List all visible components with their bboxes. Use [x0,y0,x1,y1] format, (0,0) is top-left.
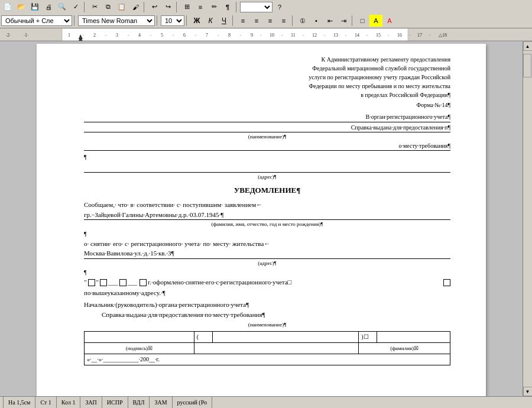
paste-button[interactable]: 📋 [115,1,128,13]
paragraph-button[interactable]: ¶ [221,1,234,13]
empty-para2: ¶ [84,230,450,238]
month-blank: ___ [108,278,118,287]
print-button[interactable]: 🖨 [42,1,55,13]
status-ispr: ИСПР [102,397,128,408]
vertical-scrollbar[interactable]: ▲ ▼ [523,41,532,396]
underline-button[interactable]: Ч [218,15,231,27]
zoom-select[interactable]: 100% [240,2,273,12]
svg-text:·: · [218,33,219,38]
scroll-up-button[interactable]: ▲ [523,41,533,51]
new-button[interactable]: 📄 [1,1,14,13]
decrease-indent-button[interactable]: ⇤ [323,15,336,27]
svg-text:4: 4 [138,33,141,38]
help-button[interactable]: ? [273,1,286,13]
svg-text:·: · [345,33,346,38]
align-center-button[interactable]: ≡ [250,15,263,27]
naim2-label: (наименование)¶ [84,321,450,329]
status-page: На 1,5см [3,397,35,408]
open-button[interactable]: 📂 [15,1,28,13]
svg-text:10: 10 [270,33,274,38]
svg-text:·: · [260,33,261,38]
svg-text:·: · [429,33,430,38]
checkbox4[interactable] [140,279,147,286]
nachalnik-line: Начальник·(руководитель)·органа·регистра… [84,300,450,309]
bullets-button[interactable]: • [310,15,323,27]
status-vdl: ВДЛ [128,397,150,408]
status-lang: русский (Ро [173,397,212,408]
familiya-label: (фамилия, имя, отчество, год и место рож… [84,221,450,228]
spell-button[interactable]: ✓ [69,1,82,13]
columns-button[interactable]: ≡ [194,1,207,13]
svg-text:·: · [366,33,368,38]
blank-cell [194,343,359,354]
checkbox2[interactable] [100,279,107,286]
size-select[interactable]: 10 [161,15,184,26]
checkbox3[interactable] [119,279,126,286]
doc-title: УВЕДОМЛЕНИЕ¶ [84,185,450,196]
svg-text:13: 13 [333,33,338,38]
svg-text:·: · [324,33,325,38]
font-color-button[interactable]: A [383,15,396,27]
main-area: К Административному регламенту предостав… [0,41,532,396]
style-select[interactable]: Обычный + Сле [1,15,72,26]
separator3 [176,2,179,12]
god-text: г.·оформлено·снятие·его·с·регистрационно… [148,278,443,287]
svg-text:·: · [195,33,196,38]
statusbar: На 1,5см Ст 1 Кол 1 ЗАП ИСПР ВДЛ ЗАМ рус… [0,396,532,408]
forma-line: Форма·№·14¶ [84,101,450,109]
align-left-button[interactable]: ≡ [236,15,249,27]
table-button[interactable]: ⊞ [180,1,193,13]
copy-button[interactable]: ⧉ [102,1,115,13]
preview-button[interactable]: 🔍 [56,1,69,13]
redo-button[interactable]: ↪ [161,1,174,13]
podpis-cell: (подпись)☒ [85,343,194,354]
border-button[interactable]: □ [356,15,369,27]
familiya-cell: (фамилия)☒ [359,343,450,354]
svg-text:△18: △18 [439,33,447,38]
checkbox5[interactable] [443,279,450,286]
checkbox-row: " " ___ ___ г.·оформлено·снятие·его·с·ре… [84,278,450,287]
svg-text:9: 9 [251,33,253,38]
align-justify-button[interactable]: ≡ [277,15,290,27]
increase-indent-button[interactable]: ⇥ [337,15,350,27]
address-line [84,164,450,173]
drawing-button[interactable]: ✏ [207,1,220,13]
document-page: К Административному регламенту предостав… [37,44,486,396]
bold-button[interactable]: Ж [190,15,203,27]
soobschaem-para: Сообщаем,· что· в· соответствии· с· пост… [84,200,450,209]
svg-text:16: 16 [397,33,402,38]
svg-text:·: · [303,33,304,38]
svg-text:⌐: ⌐ [79,35,82,41]
sig-cell3 [212,332,359,343]
soobschaem-text: Сообщаем,· что· в· соответствии· с· пост… [84,201,262,208]
svg-text:·: · [281,33,283,38]
separator9 [292,15,294,26]
format-painter-button[interactable]: 🖌 [129,1,142,13]
align-right-button[interactable]: ≡ [264,15,277,27]
font-select[interactable]: Times New Roman [78,15,155,26]
undo-button[interactable]: ↩ [148,1,161,13]
svg-text:·: · [128,33,129,38]
document-area[interactable]: К Административному регламенту предостав… [0,41,523,396]
top-line2: Федеральной миграционной службой государ… [84,64,450,72]
italic-button[interactable]: К [204,15,217,27]
checkbox1[interactable] [88,279,95,286]
signature-row2: (подпись)☒ (фамилия)☒ [85,343,450,354]
separator6 [157,15,159,26]
separator5 [74,15,76,26]
highlight-button[interactable]: A [369,15,382,27]
svg-text:·: · [173,33,174,38]
separator7 [186,15,189,26]
svg-text:6: 6 [183,33,186,38]
svg-text:·2·: ·2· [6,33,11,38]
scroll-thumb[interactable] [523,54,531,77]
top-line4: Федерации по месту пребывания и по месту… [84,82,450,90]
numbering-button[interactable]: ① [296,15,309,27]
svg-text:1: 1 [68,33,70,38]
svg-rect-1 [408,28,526,41]
toolbar-row1: 📄 📂 💾 🖨 🔍 ✓ ✂ ⧉ 📋 🖌 ↩ ↪ ⊞ ≡ ✏ ¶ 100% ? [0,0,532,14]
close-quote: " [96,278,99,287]
scroll-down-button[interactable]: ▼ [523,387,533,396]
save-button[interactable]: 💾 [28,1,41,13]
cut-button[interactable]: ✂ [88,1,101,13]
